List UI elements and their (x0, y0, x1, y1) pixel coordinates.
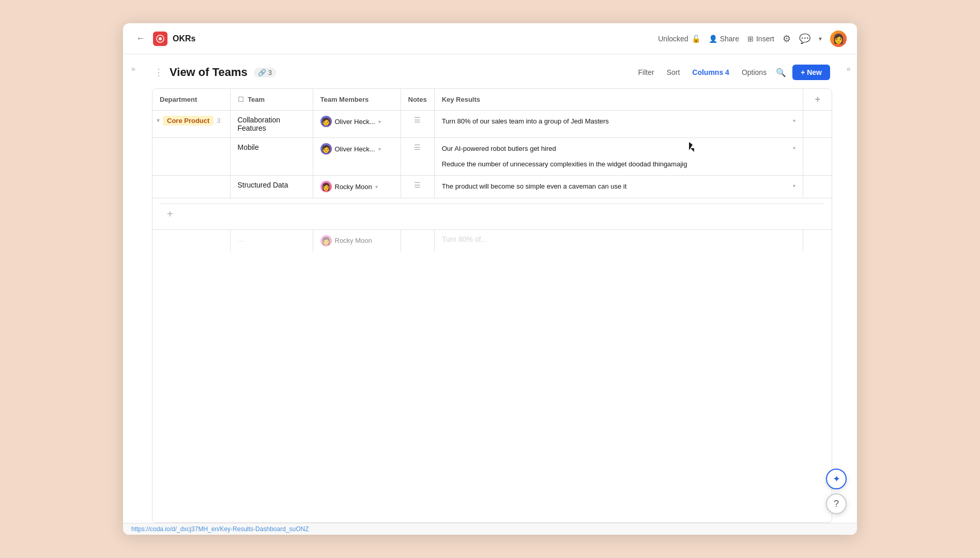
team-name-peek: ... (238, 235, 244, 243)
key-results-cell: The product will become so simple even a… (434, 176, 803, 198)
view-title: View of Teams (170, 66, 248, 79)
table-header-row: Department ☐ Team Team Members Notes (152, 89, 832, 111)
filter-button[interactable]: Filter (635, 66, 657, 79)
member-chevron-icon[interactable]: ▾ (375, 184, 378, 190)
sidebar-toggle[interactable]: » (123, 54, 144, 523)
header-chevron-icon[interactable]: ▾ (819, 35, 822, 42)
team-name: Mobile (238, 143, 259, 151)
main-area: » ⋮ View of Teams 🔗 3 Filter Sort Column… (123, 54, 857, 523)
search-icon[interactable]: 🔍 (776, 68, 786, 78)
team-members-cell: 🧑 Oliver Heck... ▾ (313, 138, 401, 176)
notes-cell: ☰ (401, 176, 434, 198)
header: ← OKRs Unlocked 🔓 👤 Share ⊞ Insert (123, 23, 857, 54)
key-results-column-header: Key Results (434, 89, 803, 111)
member-name: Oliver Heck... (335, 118, 375, 126)
add-row-cell[interactable]: + (152, 198, 832, 229)
extra-peek (803, 229, 832, 252)
unlocked-button[interactable]: Unlocked 🔓 (658, 35, 700, 43)
team-cell: Collaboration Features (230, 111, 313, 138)
share-label: Share (720, 35, 739, 43)
header-right: Unlocked 🔓 👤 Share ⊞ Insert ⚙ 💬 ▾ 👩 (658, 30, 847, 47)
dept-cell (152, 138, 230, 176)
help-icon: ? (834, 499, 839, 509)
back-button[interactable]: ← (133, 32, 148, 46)
kr-text-peek: Turn 80% of... (442, 235, 487, 243)
right-collapse-icon: « (847, 65, 851, 73)
key-result-text: Turn 80% of our sales team into a group … (442, 117, 609, 126)
new-button[interactable]: + New (792, 65, 830, 80)
row-extra-cell (803, 138, 832, 176)
key-result-text: The product will become so simple even a… (442, 182, 627, 191)
member-name: Oliver Heck... (335, 145, 375, 153)
team-members-column-header: Team Members (313, 89, 401, 111)
team-name: Structured Data (238, 181, 288, 189)
okr-table: Department ☐ Team Team Members Notes (152, 89, 832, 252)
table-row: Structured Data 👩 Rocky Moon ▾ (152, 176, 832, 198)
table-row-peek: ... 👩 Rocky Moon (152, 229, 832, 252)
key-result-text: Our AI-powered robot butlers get hired (442, 144, 556, 153)
expand-icon[interactable]: ▾ (157, 117, 160, 124)
add-column-header[interactable]: + (803, 89, 832, 111)
key-results-cell: Turn 80% of our sales team into a group … (434, 111, 803, 138)
view-link-badge[interactable]: 🔗 3 (254, 68, 276, 78)
kr-chevron-icon[interactable]: ▾ (793, 183, 795, 189)
header-left: ← OKRs (133, 32, 658, 46)
team-members-cell: 👩 Rocky Moon ▾ (313, 176, 401, 198)
kr-chevron-icon[interactable]: ▾ (793, 118, 795, 123)
share-icon: 👤 (709, 35, 717, 43)
dept-cell: ▾ Core Product 3 (152, 111, 230, 138)
team-cell-peek: ... (230, 229, 313, 252)
dept-cell (152, 176, 230, 198)
row-extra-cell (803, 111, 832, 138)
add-row-button[interactable]: + (160, 204, 824, 224)
kr-cell-peek: Turn 80% of... (434, 229, 803, 252)
link-count: 3 (268, 69, 272, 76)
table-row: ▾ Core Product 3 Collaboration Features (152, 111, 832, 138)
sparkle-fab[interactable]: ✦ (826, 469, 847, 489)
member-chevron-icon[interactable]: ▾ (378, 119, 381, 125)
dept-badge: Core Product (163, 116, 213, 126)
svg-point-1 (159, 37, 162, 40)
member-chevron-icon[interactable]: ▾ (378, 146, 381, 152)
member-name: Rocky Moon (335, 183, 372, 191)
view-menu-dots[interactable]: ⋮ (154, 67, 163, 78)
notes-column-header: Notes (401, 89, 434, 111)
notes-icon: ☰ (414, 116, 421, 124)
app-title: OKRs (173, 34, 195, 43)
notes-cell: ☰ (401, 111, 434, 138)
content-area: ⋮ View of Teams 🔗 3 Filter Sort Columns … (144, 54, 840, 523)
right-collapse-toggle[interactable]: « (840, 54, 857, 523)
insert-label: Insert (756, 35, 774, 43)
insert-button[interactable]: ⊞ Insert (747, 35, 774, 43)
dept-count: 3 (217, 117, 220, 125)
help-fab[interactable]: ? (826, 493, 847, 514)
view-actions: Filter Sort Columns 4 Options 🔍 + New (635, 65, 831, 80)
url-text: https://coda.io/d/_dxcj37MH_en/Key-Resul… (131, 525, 309, 533)
sparkle-icon: ✦ (833, 473, 840, 485)
share-button[interactable]: 👤 Share (709, 35, 739, 43)
avatar[interactable]: 👩 (830, 30, 847, 47)
app-window: ← OKRs Unlocked 🔓 👤 Share ⊞ Insert (123, 23, 857, 535)
add-column-icon[interactable]: + (810, 94, 824, 104)
dept-column-header: Department (152, 89, 230, 111)
notes-icon: ☰ (414, 143, 421, 151)
add-row[interactable]: + (152, 198, 832, 229)
options-button[interactable]: Options (739, 66, 770, 79)
settings-icon[interactable]: ⚙ (783, 33, 791, 44)
view-header: ⋮ View of Teams 🔗 3 Filter Sort Columns … (144, 65, 840, 88)
kr-chevron-icon[interactable]: ▾ (793, 145, 795, 151)
team-cell: Mobile (230, 138, 313, 176)
team-col-icon: ☐ (238, 96, 244, 103)
notes-cell-peek (401, 229, 434, 252)
unlocked-label: Unlocked (658, 35, 688, 43)
columns-button[interactable]: Columns 4 (689, 66, 732, 79)
comment-icon[interactable]: 💬 (799, 33, 810, 44)
fab-container: ✦ ? (826, 469, 847, 514)
notes-cell: ☰ (401, 138, 434, 176)
dept-cell-peek (152, 229, 230, 252)
team-name: Collaboration Features (238, 116, 281, 132)
sort-button[interactable]: Sort (664, 66, 683, 79)
members-cell-peek: 👩 Rocky Moon (313, 229, 401, 252)
member-avatar: 🧑 (320, 143, 332, 154)
key-result-text: Reduce the number of unnecessary complex… (442, 160, 687, 169)
